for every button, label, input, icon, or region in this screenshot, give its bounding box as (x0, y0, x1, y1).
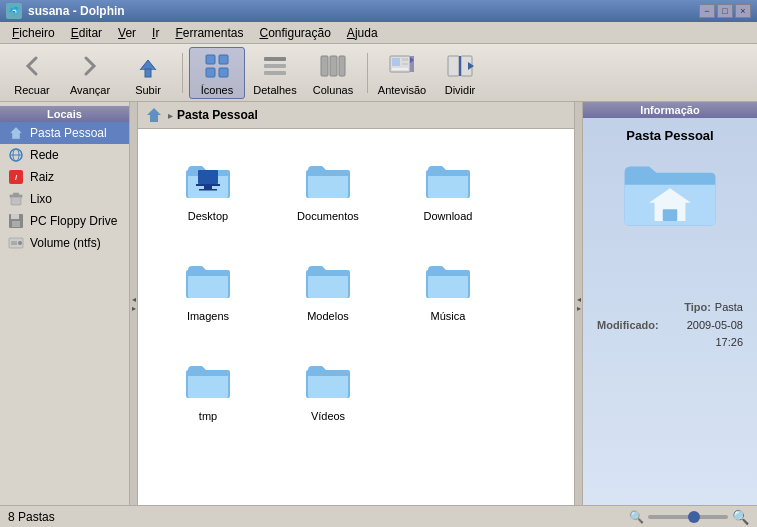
svg-rect-12 (392, 58, 400, 66)
menu-configuracao[interactable]: Configuração (251, 24, 338, 42)
statusbar: 8 Pastas 🔍 🔍 (0, 505, 757, 527)
sidebar-collapse-button[interactable]: ◂▸ (130, 102, 138, 505)
columns-view-icon (317, 50, 349, 82)
breadcrumb-arrow: ▸ (168, 110, 173, 121)
svg-rect-8 (321, 56, 328, 76)
columns-button[interactable]: Colunas (305, 47, 361, 99)
file-count: 8 Pastas (8, 510, 55, 524)
file-item-videos[interactable]: Vídeos (268, 339, 388, 439)
svg-rect-1 (206, 55, 215, 64)
preview-label: Antevisão (378, 84, 426, 96)
split-label: Dividir (445, 84, 476, 96)
svg-rect-36 (11, 241, 17, 245)
files-grid: Desktop Documentos (138, 129, 574, 449)
right-panel-folder-icon (620, 151, 720, 231)
file-label-tmp: tmp (199, 410, 217, 422)
right-panel-content: Pasta Pessoal Tipo: Pasta (583, 118, 757, 362)
svg-rect-39 (196, 184, 220, 186)
file-item-desktop[interactable]: Desktop (148, 139, 268, 239)
preview-icon (386, 50, 418, 82)
type-label: Tipo: (684, 299, 711, 317)
right-panel-info: Tipo: Pasta Modificado: 2009-05-08 17:26 (593, 299, 747, 352)
menu-ferramentas[interactable]: Ferramentas (167, 24, 251, 42)
svg-marker-22 (10, 127, 22, 139)
file-item-musica[interactable]: Música (388, 239, 508, 339)
info-row-modified: Modificado: 2009-05-08 17:26 (597, 317, 743, 352)
menu-ficheiro[interactable]: Ficheiro (4, 24, 63, 42)
menubar: Ficheiro Editar Ver Ir Ferramentas Confi… (0, 22, 757, 44)
documentos-folder-icon (304, 156, 352, 204)
svg-rect-10 (339, 56, 345, 76)
svg-rect-41 (199, 189, 217, 191)
icons-view-icon (201, 50, 233, 82)
menu-ver[interactable]: Ver (110, 24, 144, 42)
columns-label: Colunas (313, 84, 353, 96)
titlebar: 🐬 susana - Dolphin − □ × (0, 0, 757, 22)
preview-button[interactable]: Antevisão (374, 47, 430, 99)
menu-editar[interactable]: Editar (63, 24, 110, 42)
sidebar-item-lixo[interactable]: Lixo (0, 188, 129, 210)
svg-rect-15 (392, 68, 408, 70)
titlebar-left: 🐬 susana - Dolphin (6, 3, 125, 19)
zoom-control[interactable]: 🔍 🔍 (629, 509, 749, 525)
breadcrumb-text: Pasta Pessoal (177, 108, 258, 122)
svg-rect-18 (448, 56, 459, 76)
file-label-desktop: Desktop (188, 210, 228, 222)
right-panel-collapse-button[interactable]: ◂▸ (574, 102, 582, 505)
drive-icon (8, 235, 24, 251)
file-area: Desktop Documentos (138, 129, 574, 505)
toolbar-sep-2 (367, 53, 368, 93)
sidebar-item-raiz[interactable]: / Raiz (0, 166, 129, 188)
toolbar-sep-1 (182, 53, 183, 93)
sidebar-section-header: Locais (0, 106, 129, 122)
file-item-documentos[interactable]: Documentos (268, 139, 388, 239)
svg-rect-33 (12, 221, 20, 227)
sidebar-item-volume[interactable]: Volume (ntfs) (0, 232, 129, 254)
desktop-folder-icon (184, 156, 232, 204)
sidebar-item-pasta-pessoal[interactable]: Pasta Pessoal (0, 122, 129, 144)
svg-rect-29 (10, 195, 22, 197)
sidebar-label-lixo: Lixo (30, 192, 52, 206)
forward-icon (74, 50, 106, 82)
file-item-modelos[interactable]: Modelos (268, 239, 388, 339)
file-item-download[interactable]: Download (388, 139, 508, 239)
up-button[interactable]: Subir (120, 47, 176, 99)
modelos-folder-icon (304, 256, 352, 304)
back-icon (16, 50, 48, 82)
zoom-slider[interactable] (648, 515, 728, 519)
forward-button[interactable]: Avançar (62, 47, 118, 99)
zoom-thumb[interactable] (688, 511, 700, 523)
menu-ajuda[interactable]: Ajuda (339, 24, 386, 42)
right-panel-title: Pasta Pessoal (626, 128, 713, 143)
split-button[interactable]: Dividir (432, 47, 488, 99)
home-icon (8, 125, 24, 141)
svg-rect-0 (145, 69, 151, 77)
svg-rect-2 (219, 55, 228, 64)
sidebar-item-floppy[interactable]: PC Floppy Drive (0, 210, 129, 232)
menu-ir[interactable]: Ir (144, 24, 167, 42)
maximize-button[interactable]: □ (717, 4, 733, 18)
zoom-out-icon[interactable]: 🔍 (629, 510, 644, 524)
svg-rect-30 (13, 193, 19, 195)
icons-label: Ícones (201, 84, 233, 96)
zoom-in-icon[interactable]: 🔍 (732, 509, 749, 525)
back-label: Recuar (14, 84, 49, 96)
icons-button[interactable]: Ícones (189, 47, 245, 99)
trash-icon (8, 191, 24, 207)
close-button[interactable]: × (735, 4, 751, 18)
up-label: Subir (135, 84, 161, 96)
svg-rect-38 (198, 170, 218, 184)
window-controls[interactable]: − □ × (699, 4, 751, 18)
svg-rect-5 (264, 57, 286, 61)
sidebar-item-rede[interactable]: Rede (0, 144, 129, 166)
back-button[interactable]: Recuar (4, 47, 60, 99)
svg-rect-7 (264, 71, 286, 75)
minimize-button[interactable]: − (699, 4, 715, 18)
details-button[interactable]: Detalhes (247, 47, 303, 99)
toolbar: Recuar Avançar Subir (0, 44, 757, 102)
home-button[interactable] (144, 105, 164, 125)
file-label-modelos: Modelos (307, 310, 349, 322)
file-item-imagens[interactable]: Imagens (148, 239, 268, 339)
details-label: Detalhes (253, 84, 296, 96)
file-item-tmp[interactable]: tmp (148, 339, 268, 439)
